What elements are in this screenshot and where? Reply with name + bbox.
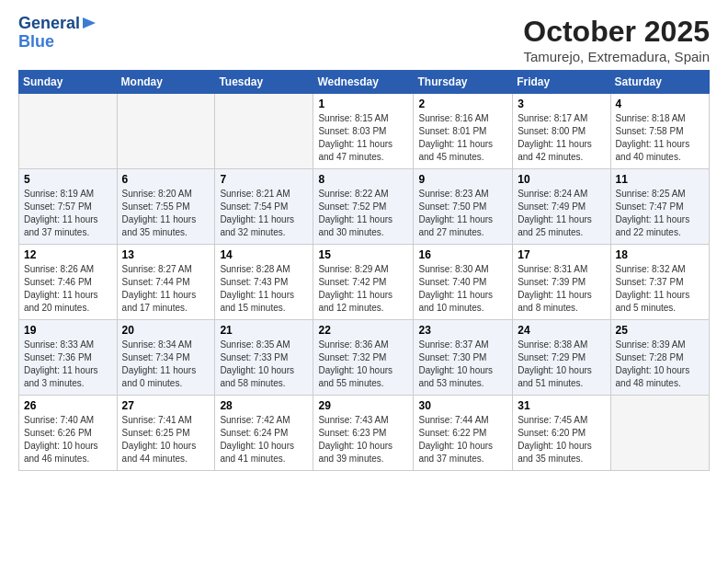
- day-number: 12: [24, 248, 112, 261]
- table-row: 7Sunrise: 8:21 AM Sunset: 7:54 PM Daylig…: [215, 169, 313, 245]
- logo-arrow-icon: [83, 16, 97, 30]
- table-row: 8Sunrise: 8:22 AM Sunset: 7:52 PM Daylig…: [313, 169, 414, 245]
- table-row: 25Sunrise: 8:39 AM Sunset: 7:28 PM Dayli…: [610, 320, 709, 396]
- day-number: 15: [318, 248, 408, 261]
- day-number: 8: [318, 173, 408, 186]
- day-info: Sunrise: 8:32 AM Sunset: 7:37 PM Dayligh…: [616, 263, 704, 315]
- header: General Blue October 2025 Tamurejo, Extr…: [18, 15, 710, 64]
- logo-blue-text: Blue: [18, 33, 54, 52]
- day-info: Sunrise: 8:31 AM Sunset: 7:39 PM Dayligh…: [518, 263, 605, 315]
- day-info: Sunrise: 7:41 AM Sunset: 6:25 PM Dayligh…: [122, 414, 210, 465]
- calendar-week-row: 19Sunrise: 8:33 AM Sunset: 7:36 PM Dayli…: [19, 320, 710, 396]
- table-row: 14Sunrise: 8:28 AM Sunset: 7:43 PM Dayli…: [215, 245, 313, 320]
- day-info: Sunrise: 8:24 AM Sunset: 7:49 PM Dayligh…: [518, 188, 605, 239]
- table-row: 22Sunrise: 8:36 AM Sunset: 7:32 PM Dayli…: [313, 320, 414, 396]
- header-saturday: Saturday: [610, 71, 709, 94]
- day-info: Sunrise: 8:16 AM Sunset: 8:01 PM Dayligh…: [418, 112, 507, 164]
- header-wednesday: Wednesday: [313, 71, 414, 94]
- day-number: 21: [220, 324, 308, 337]
- day-number: 19: [24, 324, 112, 337]
- table-row: 6Sunrise: 8:20 AM Sunset: 7:55 PM Daylig…: [117, 169, 215, 245]
- calendar-week-row: 12Sunrise: 8:26 AM Sunset: 7:46 PM Dayli…: [19, 245, 710, 320]
- day-number: 13: [122, 248, 210, 261]
- table-row: 2Sunrise: 8:16 AM Sunset: 8:01 PM Daylig…: [414, 94, 513, 169]
- day-number: 14: [220, 248, 308, 261]
- table-row: 3Sunrise: 8:17 AM Sunset: 8:00 PM Daylig…: [513, 94, 610, 169]
- calendar-table: Sunday Monday Tuesday Wednesday Thursday…: [18, 70, 710, 471]
- table-row: 21Sunrise: 8:35 AM Sunset: 7:33 PM Dayli…: [215, 320, 313, 396]
- day-number: 25: [616, 324, 704, 337]
- table-row: 4Sunrise: 8:18 AM Sunset: 7:58 PM Daylig…: [610, 94, 709, 169]
- month-title: October 2025: [523, 15, 710, 49]
- header-thursday: Thursday: [414, 71, 513, 94]
- day-info: Sunrise: 7:40 AM Sunset: 6:26 PM Dayligh…: [24, 414, 112, 465]
- day-number: 4: [616, 98, 704, 110]
- table-row: [19, 94, 118, 169]
- day-number: 20: [122, 324, 210, 337]
- day-info: Sunrise: 8:37 AM Sunset: 7:30 PM Dayligh…: [418, 339, 507, 390]
- table-row: [117, 94, 215, 169]
- day-number: 31: [518, 399, 605, 412]
- day-info: Sunrise: 7:45 AM Sunset: 6:20 PM Dayligh…: [518, 414, 605, 465]
- table-row: 16Sunrise: 8:30 AM Sunset: 7:40 PM Dayli…: [414, 245, 513, 320]
- title-section: October 2025 Tamurejo, Extremadura, Spai…: [523, 15, 710, 64]
- table-row: 11Sunrise: 8:25 AM Sunset: 7:47 PM Dayli…: [610, 169, 709, 245]
- day-number: 24: [518, 324, 605, 337]
- day-info: Sunrise: 7:44 AM Sunset: 6:22 PM Dayligh…: [418, 414, 507, 465]
- day-number: 2: [418, 98, 507, 110]
- table-row: [610, 396, 709, 471]
- table-row: 20Sunrise: 8:34 AM Sunset: 7:34 PM Dayli…: [117, 320, 215, 396]
- day-number: 11: [616, 173, 704, 186]
- day-number: 23: [418, 324, 507, 337]
- day-info: Sunrise: 8:39 AM Sunset: 7:28 PM Dayligh…: [616, 339, 704, 390]
- table-row: 5Sunrise: 8:19 AM Sunset: 7:57 PM Daylig…: [19, 169, 118, 245]
- day-info: Sunrise: 8:38 AM Sunset: 7:29 PM Dayligh…: [518, 339, 605, 390]
- calendar-header-row: Sunday Monday Tuesday Wednesday Thursday…: [19, 71, 710, 94]
- day-info: Sunrise: 7:43 AM Sunset: 6:23 PM Dayligh…: [318, 414, 408, 465]
- day-number: 18: [616, 248, 704, 261]
- day-number: 22: [318, 324, 408, 337]
- day-info: Sunrise: 8:34 AM Sunset: 7:34 PM Dayligh…: [122, 339, 210, 390]
- table-row: 24Sunrise: 8:38 AM Sunset: 7:29 PM Dayli…: [513, 320, 610, 396]
- day-number: 6: [122, 173, 210, 186]
- calendar-week-row: 5Sunrise: 8:19 AM Sunset: 7:57 PM Daylig…: [19, 169, 710, 245]
- table-row: 31Sunrise: 7:45 AM Sunset: 6:20 PM Dayli…: [513, 396, 610, 471]
- day-number: 5: [24, 173, 112, 186]
- day-number: 30: [418, 399, 507, 412]
- day-number: 10: [518, 173, 605, 186]
- day-info: Sunrise: 8:15 AM Sunset: 8:03 PM Dayligh…: [318, 112, 408, 164]
- table-row: 15Sunrise: 8:29 AM Sunset: 7:42 PM Dayli…: [313, 245, 414, 320]
- day-number: 29: [318, 399, 408, 412]
- day-number: 7: [220, 173, 308, 186]
- table-row: [215, 94, 313, 169]
- day-info: Sunrise: 7:42 AM Sunset: 6:24 PM Dayligh…: [220, 414, 308, 465]
- table-row: 18Sunrise: 8:32 AM Sunset: 7:37 PM Dayli…: [610, 245, 709, 320]
- day-number: 17: [518, 248, 605, 261]
- table-row: 26Sunrise: 7:40 AM Sunset: 6:26 PM Dayli…: [19, 396, 118, 471]
- day-number: 1: [318, 98, 408, 110]
- day-info: Sunrise: 8:28 AM Sunset: 7:43 PM Dayligh…: [220, 263, 308, 315]
- day-number: 27: [122, 399, 210, 412]
- day-info: Sunrise: 8:26 AM Sunset: 7:46 PM Dayligh…: [24, 263, 112, 315]
- main-container: General Blue October 2025 Tamurejo, Extr…: [0, 0, 728, 480]
- table-row: 12Sunrise: 8:26 AM Sunset: 7:46 PM Dayli…: [19, 245, 118, 320]
- day-info: Sunrise: 8:19 AM Sunset: 7:57 PM Dayligh…: [24, 188, 112, 239]
- day-number: 3: [518, 98, 605, 110]
- day-info: Sunrise: 8:20 AM Sunset: 7:55 PM Dayligh…: [122, 188, 210, 239]
- location: Tamurejo, Extremadura, Spain: [523, 49, 710, 64]
- day-number: 28: [220, 399, 308, 412]
- table-row: 17Sunrise: 8:31 AM Sunset: 7:39 PM Dayli…: [513, 245, 610, 320]
- table-row: 9Sunrise: 8:23 AM Sunset: 7:50 PM Daylig…: [414, 169, 513, 245]
- logo-text: General: [18, 15, 80, 33]
- table-row: 23Sunrise: 8:37 AM Sunset: 7:30 PM Dayli…: [414, 320, 513, 396]
- calendar-week-row: 26Sunrise: 7:40 AM Sunset: 6:26 PM Dayli…: [19, 396, 710, 471]
- day-info: Sunrise: 8:35 AM Sunset: 7:33 PM Dayligh…: [220, 339, 308, 390]
- table-row: 29Sunrise: 7:43 AM Sunset: 6:23 PM Dayli…: [313, 396, 414, 471]
- day-info: Sunrise: 8:21 AM Sunset: 7:54 PM Dayligh…: [220, 188, 308, 239]
- day-number: 26: [24, 399, 112, 412]
- day-number: 9: [418, 173, 507, 186]
- table-row: 19Sunrise: 8:33 AM Sunset: 7:36 PM Dayli…: [19, 320, 118, 396]
- svg-marker-0: [83, 17, 96, 29]
- header-monday: Monday: [117, 71, 215, 94]
- table-row: 10Sunrise: 8:24 AM Sunset: 7:49 PM Dayli…: [513, 169, 610, 245]
